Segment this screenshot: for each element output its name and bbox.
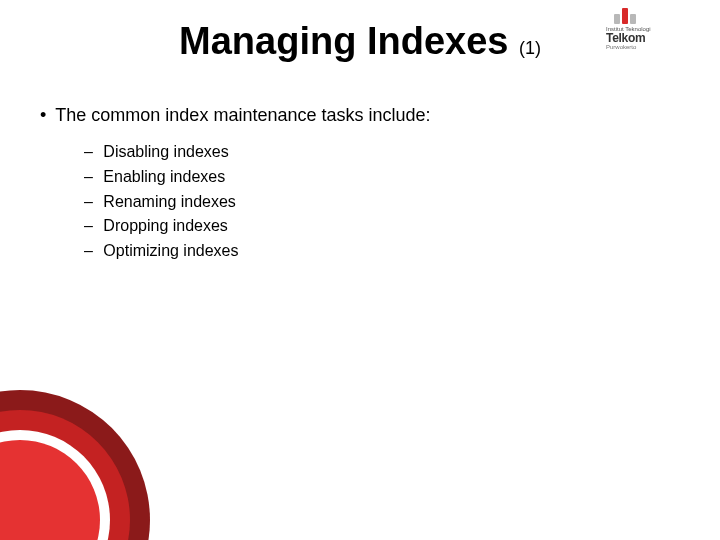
slide: Institut Teknologi Telkom Purwokerto Man… [0, 0, 720, 540]
title-wrap: Managing Indexes (1) [0, 20, 720, 63]
list-item: Dropping indexes [84, 214, 680, 239]
list-item: Optimizing indexes [84, 239, 680, 264]
slide-title: Managing Indexes [179, 20, 508, 62]
decorative-circles-icon [0, 390, 150, 540]
main-bullet: The common index maintenance tasks inclu… [40, 105, 680, 126]
sub-list: Disabling indexes Enabling indexes Renam… [84, 140, 680, 264]
list-item: Disabling indexes [84, 140, 680, 165]
slide-number: (1) [519, 38, 541, 58]
list-item: Enabling indexes [84, 165, 680, 190]
list-item: Renaming indexes [84, 190, 680, 215]
content-area: The common index maintenance tasks inclu… [40, 105, 680, 264]
